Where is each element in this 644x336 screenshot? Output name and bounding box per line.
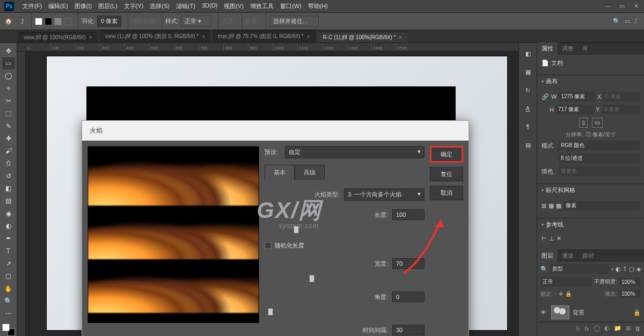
menu-窗口(W)[interactable]: 窗口(W) — [277, 2, 305, 10]
canvas-section-header[interactable]: 画布 — [537, 75, 644, 87]
tab-adjustments[interactable]: 调整 — [558, 42, 578, 55]
menu-编辑(E)[interactable]: 编辑(E) — [45, 2, 71, 10]
layer-row-bg[interactable]: 👁 背景 🔒 — [537, 303, 644, 322]
menu-滤镜(T)[interactable]: 滤镜(T) — [173, 2, 199, 10]
blur-tool[interactable]: ◉ — [2, 208, 15, 219]
dodge-tool[interactable]: ◐ — [2, 220, 15, 231]
search-icon[interactable]: 🔍 — [613, 18, 620, 25]
rulers-section-header[interactable]: 标尺和网格 — [537, 184, 644, 196]
filter-smart-icon[interactable]: ◈ — [636, 266, 641, 273]
group-icon[interactable]: 📁 — [614, 325, 621, 332]
fx-icon[interactable]: fx — [584, 325, 589, 332]
menu-文件(F)[interactable]: 文件(F) — [19, 2, 45, 10]
home-icon[interactable]: 🏠 — [3, 16, 14, 27]
swatch-1[interactable] — [35, 18, 42, 25]
doc-tab[interactable]: view (1).jfif @ 100% (图层 0, RGB/8#) *× — [100, 30, 211, 42]
move-tool[interactable]: ✥ — [2, 45, 15, 56]
portrait-icon[interactable]: ▯ — [579, 118, 588, 128]
menu-文字(Y)[interactable]: 文字(Y) — [121, 2, 147, 10]
workspace-icon[interactable]: ▭ — [625, 18, 630, 25]
menu-图像(I)[interactable]: 图像(I) — [71, 2, 95, 10]
filter-adj-icon[interactable]: ◐ — [616, 266, 621, 273]
lock-pixels-icon[interactable]: ▫ — [555, 291, 557, 297]
export-icon[interactable]: ⤴ — [17, 16, 28, 27]
link-layers-icon[interactable]: ⎘ — [576, 325, 580, 332]
mode-select[interactable]: RGB 颜色 — [559, 141, 640, 150]
shape-tool[interactable]: ▢ — [2, 271, 15, 282]
more-tool[interactable]: ⋯ — [2, 308, 15, 319]
fill-opacity-field[interactable]: 100% — [619, 290, 641, 298]
history-brush-tool[interactable]: ↺ — [2, 170, 15, 181]
visibility-icon[interactable]: 👁 — [540, 309, 548, 316]
reset-button[interactable]: 复位 — [430, 167, 463, 181]
menu-视图(V)[interactable]: 视图(V) — [221, 2, 247, 10]
menu-3D(D)[interactable]: 3D(D) — [199, 2, 221, 10]
menu-图层(L)[interactable]: 图层(L) — [95, 2, 120, 10]
eyedropper-tool[interactable]: ✎ — [2, 120, 15, 132]
history-icon[interactable]: ↻ — [523, 85, 533, 96]
zoom-tool[interactable]: 🔍 — [2, 295, 15, 306]
hand-tool[interactable]: ✋ — [2, 283, 15, 294]
heal-tool[interactable]: ✚ — [2, 133, 15, 144]
close-button[interactable]: ✕ — [632, 3, 640, 10]
lock-all-icon[interactable]: 🔒 — [565, 291, 572, 297]
guide-x-icon[interactable]: ✕ — [557, 235, 561, 242]
maximize-button[interactable]: ▭ — [618, 3, 626, 10]
doc-tab[interactable]: view.jfif @ 100%(RGB/8#)× — [18, 32, 98, 42]
lasso-tool[interactable]: ◯ — [2, 70, 15, 82]
tab-properties[interactable]: 属性 — [537, 42, 558, 55]
paragraph-icon[interactable]: ¶ — [523, 121, 533, 132]
tab-close-icon[interactable]: × — [89, 34, 92, 40]
libraries-icon[interactable]: ▤ — [523, 140, 533, 150]
new-layer-icon[interactable]: ⊞ — [626, 325, 631, 332]
flame-width-field[interactable]: 70 — [392, 258, 425, 269]
tab-basic[interactable]: 基本 — [265, 165, 295, 180]
filter-txt-icon[interactable]: T — [623, 266, 627, 272]
select-mask-button[interactable]: 选择并遮住… — [269, 16, 319, 27]
tab-close-icon[interactable]: × — [307, 34, 310, 40]
preset-select[interactable]: 自定▾ — [285, 146, 425, 158]
swatch-4[interactable] — [64, 18, 71, 25]
tab-libraries[interactable]: 库 — [578, 42, 592, 55]
ruler-unit[interactable]: 像素 — [564, 201, 640, 210]
char-icon[interactable]: A — [523, 103, 533, 114]
filter-img-icon[interactable]: ▫ — [611, 266, 613, 272]
swatch-3[interactable] — [54, 18, 62, 25]
opacity-field[interactable]: 100% — [619, 278, 641, 286]
eraser-tool[interactable]: ◧ — [2, 182, 15, 194]
style-select[interactable]: 正常 ▾ — [181, 16, 211, 27]
tab-close-icon[interactable]: × — [202, 34, 205, 40]
tab-paths[interactable]: 路径 — [578, 250, 598, 262]
minimize-button[interactable]: — — [604, 3, 612, 10]
guide-h-icon[interactable]: ⊢ — [541, 235, 547, 242]
width-field[interactable]: 1275 像素 — [559, 92, 595, 101]
menu-选择(S)[interactable]: 选择(S) — [147, 2, 173, 10]
menu-增效工具[interactable]: 增效工具 — [247, 2, 277, 10]
fill-select[interactable]: 背景色 — [559, 166, 640, 176]
grid2-icon[interactable]: ▩ — [556, 202, 561, 209]
delete-icon[interactable]: 🗑 — [635, 325, 641, 332]
type-tool[interactable]: T — [2, 245, 15, 257]
tab-layers[interactable]: 图层 — [537, 250, 558, 262]
blend-mode[interactable]: 正常 — [540, 277, 592, 287]
gradient-tool[interactable]: ▤ — [2, 195, 15, 207]
guide-v-icon[interactable]: ⊥ — [549, 235, 554, 242]
x-field[interactable]: 0 像素 — [603, 92, 640, 101]
randomize-checkbox[interactable] — [265, 242, 272, 249]
tab-advanced[interactable]: 高级 — [295, 165, 325, 180]
color-icon[interactable]: ◧ — [523, 48, 533, 59]
menu-帮助(H)[interactable]: 帮助(H) — [305, 2, 331, 10]
layer-filter[interactable]: 类型 — [550, 264, 609, 274]
length-field[interactable]: 100 — [392, 209, 425, 220]
marquee-tool[interactable]: ▭ — [2, 57, 15, 69]
guides-section-header[interactable]: 参考线 — [537, 218, 644, 231]
tab-channels[interactable]: 通道 — [558, 250, 578, 262]
flame-type-select[interactable]: 3. 一个方向多个火焰▾ — [344, 188, 425, 201]
share-icon[interactable]: ⤴ — [634, 18, 638, 25]
swatch-2[interactable] — [45, 18, 52, 25]
doc-tab[interactable]: true.jfif @ 75.7% (图层 0, RGB/8#) *× — [213, 30, 316, 42]
tab-close-icon[interactable]: × — [399, 34, 402, 40]
grid-icon[interactable]: ▦ — [548, 202, 554, 209]
ok-button[interactable]: 确定 — [430, 146, 463, 163]
mask-icon[interactable]: ◯ — [594, 325, 600, 332]
